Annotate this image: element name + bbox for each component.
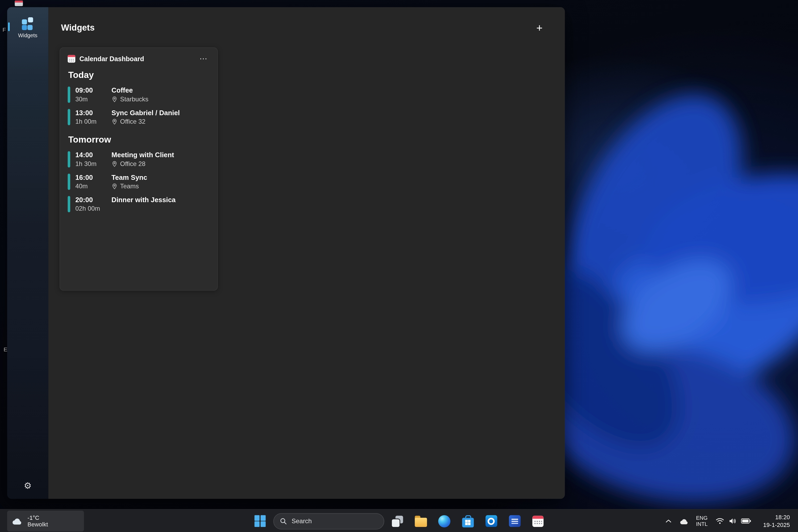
location-pin-icon — [111, 183, 118, 189]
event-color-bar — [68, 174, 70, 190]
calendar-event[interactable]: 16:00 40m Team Sync Teams — [68, 174, 210, 190]
calendar-dashboard-widget: Calendar Dashboard ⋯ Today 09:00 30m Cof… — [60, 48, 218, 291]
location-pin-icon — [111, 96, 118, 102]
calendar-event[interactable]: 09:00 30m Coffee Starbucks — [68, 87, 210, 103]
calendar-event[interactable]: 14:00 1h 30m Meeting with Client Office … — [68, 151, 210, 167]
chevron-up-icon — [666, 519, 671, 523]
sidebar-item-label: Widgets — [18, 32, 38, 38]
folder-icon — [415, 517, 427, 527]
onedrive-tray-button[interactable] — [676, 511, 692, 531]
event-time: 20:00 — [75, 196, 111, 204]
event-location: Teams — [111, 183, 210, 190]
start-button[interactable] — [250, 511, 270, 531]
event-location-text: Starbucks — [120, 96, 148, 103]
calendar-event[interactable]: 13:00 1h 00m Sync Gabriel / Daniel Offic… — [68, 109, 210, 125]
event-location: Office 32 — [111, 118, 210, 125]
event-duration: 02h 00m — [75, 205, 111, 212]
event-time: 13:00 — [75, 109, 111, 117]
widgets-panel-main: Widgets + Calendar Dashboard ⋯ Today 09:… — [49, 7, 565, 499]
taskbar: -1°C Bewolkt Search — [0, 509, 798, 532]
location-pin-icon — [111, 119, 118, 125]
tray-date: 19-1-2025 — [763, 521, 790, 529]
calendar-app-button[interactable] — [528, 511, 548, 531]
section-heading-today: Today — [68, 70, 210, 80]
gear-icon: ⚙ — [24, 481, 32, 491]
event-location-text: Office 28 — [120, 160, 146, 168]
event-title: Sync Gabriel / Daniel — [111, 109, 210, 117]
event-location: Starbucks — [111, 96, 210, 103]
cloud-icon — [679, 517, 689, 525]
edge-browser-button[interactable] — [434, 511, 455, 531]
event-color-bar — [68, 196, 70, 212]
task-view-button[interactable] — [387, 511, 408, 531]
tray-time: 18:20 — [775, 514, 790, 521]
calendar-event[interactable]: 20:00 02h 00m Dinner with Jessica — [68, 196, 210, 212]
calendar-app-icon — [532, 515, 544, 527]
quick-settings-button[interactable] — [711, 511, 756, 531]
language-line2: INTL — [696, 521, 708, 527]
volume-icon — [729, 518, 737, 524]
widgets-icon — [21, 17, 34, 30]
clock-button[interactable]: 18:20 19-1-2025 — [755, 511, 793, 531]
event-duration: 40m — [75, 183, 111, 190]
outlook-button[interactable] — [481, 511, 501, 531]
taskbar-center: Search — [250, 510, 548, 532]
more-options-button[interactable]: ⋯ — [197, 54, 210, 63]
outlook-icon — [485, 515, 497, 527]
task-view-icon — [392, 515, 403, 527]
weather-condition: Bewolkt — [27, 521, 48, 528]
widget-header: Calendar Dashboard ⋯ — [68, 54, 210, 63]
weather-widget-button[interactable]: -1°C Bewolkt — [7, 511, 84, 531]
widgets-panel: Widgets ⚙ Widgets + Calendar Dashboard ⋯… — [7, 7, 565, 499]
language-switcher-button[interactable]: ENG INTL — [692, 511, 711, 531]
widgets-panel-rail: Widgets ⚙ — [7, 7, 49, 499]
event-location: Office 28 — [111, 160, 210, 168]
page-title: Widgets — [61, 23, 95, 33]
desktop-icon-fragment[interactable] — [15, 1, 23, 6]
desktop-icon-label-fragment: F — [3, 26, 6, 33]
search-icon — [280, 517, 287, 525]
event-location-text: Office 32 — [120, 118, 146, 125]
add-widget-button[interactable]: + — [532, 21, 547, 35]
tray-overflow-button[interactable] — [661, 511, 676, 531]
desktop: F E Widgets ⚙ Widgets + Calendar Dashboa… — [0, 0, 798, 532]
edge-icon — [438, 515, 450, 527]
microsoft-store-button[interactable] — [457, 511, 478, 531]
battery-icon — [741, 518, 751, 524]
event-color-bar — [68, 151, 70, 167]
event-title: Coffee — [111, 87, 210, 94]
widget-title: Calendar Dashboard — [79, 55, 193, 62]
event-title: Meeting with Client — [111, 151, 210, 159]
event-duration: 1h 00m — [75, 118, 111, 125]
event-time: 16:00 — [75, 174, 111, 182]
event-time: 14:00 — [75, 151, 111, 159]
wifi-icon — [716, 518, 724, 524]
event-duration: 30m — [75, 96, 111, 103]
event-location-text: Teams — [120, 183, 139, 190]
document-app-button[interactable] — [504, 511, 525, 531]
cloud-icon — [12, 517, 23, 526]
system-tray: ENG INTL — [661, 510, 798, 532]
windows-logo-icon — [254, 515, 266, 527]
event-time: 09:00 — [75, 87, 111, 94]
event-color-bar — [68, 87, 70, 103]
store-icon — [462, 517, 474, 527]
calendar-icon — [68, 55, 75, 62]
sidebar-item-widgets[interactable]: Widgets — [7, 17, 49, 38]
language-line1: ENG — [696, 515, 708, 521]
search-button[interactable]: Search — [273, 513, 384, 529]
event-title: Dinner with Jessica — [111, 196, 210, 204]
event-color-bar — [68, 109, 70, 125]
weather-temperature: -1°C — [27, 515, 48, 521]
file-explorer-button[interactable] — [411, 511, 431, 531]
location-pin-icon — [111, 161, 118, 167]
desktop-icon-label-fragment: E — [3, 346, 7, 352]
event-title: Team Sync — [111, 174, 210, 182]
search-label: Search — [291, 517, 312, 525]
event-duration: 1h 30m — [75, 160, 111, 168]
document-app-icon — [509, 515, 520, 527]
section-heading-tomorrow: Tomorrow — [68, 134, 210, 145]
settings-button[interactable]: ⚙ — [7, 481, 49, 491]
